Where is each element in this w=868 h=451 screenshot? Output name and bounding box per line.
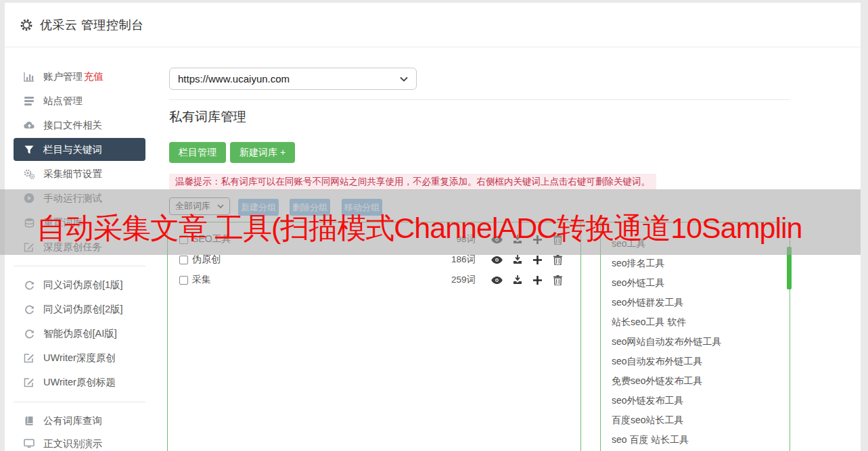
sidebar-item-label: 公有词库查询: [43, 414, 102, 427]
list-icon: [23, 95, 35, 106]
download-icon[interactable]: [511, 275, 523, 285]
keyword-list: seo工具 seo排名工具 seo外链工具 seo外链群发工具 站长seo工具 …: [601, 222, 790, 450]
site-select[interactable]: https://www.ucaiyun.com: [169, 68, 417, 90]
sidebar-item-public-lexicon[interactable]: 公有词库查询: [14, 409, 145, 432]
sidebar-divider: [14, 402, 145, 402]
page-title: 私有词库管理: [169, 108, 246, 126]
sidebar-item-label: 站点管理: [43, 95, 83, 108]
column-manage-button[interactable]: 栏目管理: [169, 142, 226, 163]
view-eye-icon[interactable]: [491, 275, 503, 285]
sidebar-item-label: 深度原创任务: [43, 241, 102, 254]
group-count: 259词: [451, 274, 476, 286]
add-icon[interactable]: [532, 275, 543, 285]
bar-chart-icon: [23, 71, 35, 82]
sidebar-item-label: 采集细节设置: [43, 168, 102, 181]
keyword-item[interactable]: seo网站自动发布外链工具: [601, 332, 790, 352]
new-group-button[interactable]: 新建分组: [238, 199, 279, 216]
lexicon-filter-select[interactable]: 全部词库: [169, 197, 230, 215]
gears-icon: [23, 168, 35, 179]
filter-icon: [23, 144, 35, 155]
sidebar-item-label: 接口文件相关: [43, 119, 102, 132]
cloud-upload-icon: [23, 120, 35, 130]
keyword-item[interactable]: 免费seo外链发布工具: [601, 371, 790, 391]
sidebar-item-label: 账户管理充值: [43, 70, 104, 83]
sidebar-item-manual-test[interactable]: 手动运行测试: [14, 187, 145, 210]
sidebar-item-label: UWriter原创标题: [43, 376, 116, 389]
gear-icon: [20, 18, 33, 32]
sidebar-item-label: 同义词伪原创[2版]: [43, 303, 123, 316]
sidebar-divider: [14, 266, 145, 266]
tip-message: 温馨提示：私有词库可以在同账号不同网站之间共享使用，不必重复添加。右侧框内关键词…: [169, 174, 656, 190]
view-eye-icon[interactable]: [491, 234, 503, 245]
sidebar-item-content-recognition[interactable]: 正文识别演示: [14, 432, 145, 451]
download-icon[interactable]: [511, 234, 523, 245]
group-count: 98词: [456, 233, 476, 245]
sidebar-item-sites[interactable]: 站点管理: [14, 89, 145, 112]
group-name: 伪原创: [192, 254, 447, 266]
sidebar-item-label: 智能伪原创[AI版]: [43, 327, 117, 340]
group-count: 186词: [451, 254, 476, 266]
keyword-item[interactable]: 百度seo站长工具: [601, 410, 790, 430]
view-eye-icon[interactable]: [491, 254, 503, 265]
delete-group-button[interactable]: 删除分组: [290, 199, 330, 216]
add-icon[interactable]: [532, 234, 543, 245]
sidebar-item-reset-lexicon[interactable]: 重置词库: [14, 211, 145, 234]
sidebar-item-label: UWriter深度原创: [43, 352, 116, 364]
section-divider: [169, 99, 790, 100]
keyword-item[interactable]: seo 百度 站长工具: [601, 430, 790, 450]
sidebar-item-columns-keywords[interactable]: 栏目与关键词: [14, 138, 145, 161]
edit-icon: [23, 352, 35, 363]
sidebar-item-label: 同义词伪原创[1版]: [43, 279, 123, 291]
group-checkbox[interactable]: [179, 256, 188, 264]
play-icon: [23, 193, 35, 204]
lexicon-filter-value: 全部词库: [175, 200, 217, 212]
refresh-icon: [23, 279, 35, 290]
book-icon: [23, 415, 35, 426]
refresh-icon: [23, 328, 35, 339]
keyword-item[interactable]: seo外链发布工具: [601, 391, 790, 410]
sidebar-item-uwriter-title[interactable]: UWriter原创标题: [14, 371, 145, 394]
group-row: 伪原创 186词: [168, 250, 580, 270]
monitor-icon: [23, 438, 35, 449]
keyword-item[interactable]: seo排名工具: [601, 254, 790, 273]
sidebar-item-interface-files[interactable]: 接口文件相关: [14, 114, 145, 137]
lexicon-panels: SEO工具 98词 伪原创 186词: [167, 222, 790, 451]
keyword-item[interactable]: seo外链工具: [601, 273, 790, 293]
sidebar-item-uwriter-deep[interactable]: UWriter深度原创: [14, 346, 145, 369]
keyword-item[interactable]: seo自动发布外链工具: [601, 352, 790, 371]
chevron-down-icon: [400, 76, 408, 82]
delete-trash-icon[interactable]: [552, 275, 564, 285]
add-icon[interactable]: [532, 254, 543, 265]
sidebar-item-ai-rewrite[interactable]: 智能伪原创[AI版]: [14, 322, 145, 345]
group-row: SEO工具 98词: [168, 229, 580, 250]
sidebar-item-synonym-v2[interactable]: 同义词伪原创[2版]: [14, 298, 145, 321]
sidebar-item-label: 手动运行测试: [43, 192, 102, 205]
new-lexicon-button[interactable]: 新建词库 +: [230, 142, 295, 163]
sidebar-item-synonym-v1[interactable]: 同义词伪原创[1版]: [14, 273, 145, 296]
chevron-down-icon: [217, 204, 224, 209]
keyword-item[interactable]: seo工具: [601, 234, 790, 254]
app-title: 优采云 管理控制台: [40, 17, 144, 33]
recharge-badge[interactable]: 充值: [84, 71, 104, 82]
database-icon: [23, 217, 35, 228]
edit-icon: [23, 241, 35, 252]
group-list: SEO工具 98词 伪原创 186词: [168, 222, 580, 290]
keyword-item[interactable]: 站长seo工具 软件: [601, 312, 790, 332]
refresh-icon: [23, 304, 35, 314]
sidebar-item-deep-original[interactable]: 深度原创任务: [14, 235, 145, 258]
move-group-button[interactable]: 移动分组: [342, 199, 382, 216]
sidebar-item-label: 重置词库: [43, 216, 83, 229]
group-checkbox[interactable]: [179, 235, 188, 244]
sidebar-item-collect-settings[interactable]: 采集细节设置: [14, 162, 145, 185]
edit-icon: [23, 377, 35, 387]
sidebar-item-account[interactable]: 账户管理充值: [14, 65, 145, 88]
keyword-item[interactable]: seo外链群发工具: [601, 293, 790, 312]
sidebar-item-label: 栏目与关键词: [43, 143, 102, 156]
app-header: 优采云 管理控制台: [5, 3, 861, 47]
group-checkbox[interactable]: [179, 276, 188, 285]
delete-trash-icon[interactable]: [552, 234, 564, 245]
delete-trash-icon[interactable]: [552, 254, 564, 265]
group-name: SEO工具: [192, 233, 452, 245]
download-icon[interactable]: [511, 254, 523, 265]
group-name: 采集: [192, 274, 447, 286]
